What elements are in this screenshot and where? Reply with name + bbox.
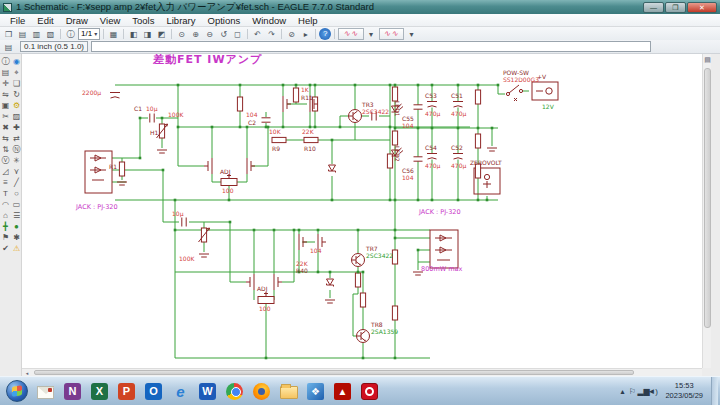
- zoom-fit-button[interactable]: ⊙: [175, 28, 188, 40]
- zoom-select-combo[interactable]: 1/1▾: [78, 28, 100, 40]
- name-tool-icon[interactable]: Ⓝ: [11, 144, 22, 155]
- invoke-tool-icon[interactable]: ≡: [0, 177, 11, 188]
- vertical-scrollbar-thumb[interactable]: [704, 68, 711, 328]
- maximize-button[interactable]: ❐: [665, 2, 686, 13]
- undo-button[interactable]: ↶: [251, 28, 264, 40]
- taskbar-app-internet-explorer[interactable]: e: [169, 379, 193, 403]
- junction-tool-icon[interactable]: ●: [11, 221, 22, 232]
- paste-tool-icon[interactable]: ▨: [11, 111, 22, 122]
- network-icon[interactable]: ▂▆: [637, 387, 647, 396]
- grid-button[interactable]: ▦: [107, 28, 120, 40]
- net-tool-icon[interactable]: ╋: [0, 221, 11, 232]
- rect-tool-icon[interactable]: ▭: [11, 199, 22, 210]
- taskbar-app-explorer-folder[interactable]: [277, 379, 301, 403]
- menu-options[interactable]: Options: [202, 14, 247, 26]
- taskbar-clock[interactable]: 15:53 2023/05/29: [661, 381, 707, 401]
- taskbar-app-photo-app[interactable]: ❖: [304, 379, 328, 403]
- taskbar-app-mail[interactable]: [34, 379, 58, 403]
- info-tool-icon[interactable]: ⓘ: [0, 56, 11, 67]
- help-button[interactable]: ?: [319, 28, 331, 40]
- taskbar-app-firefox[interactable]: [250, 379, 274, 403]
- menu-file[interactable]: File: [4, 14, 31, 26]
- taskbar-app-word[interactable]: W: [196, 379, 220, 403]
- display-tool-icon[interactable]: ▤: [0, 67, 11, 78]
- rotate-tool-icon[interactable]: ↻: [11, 89, 22, 100]
- close-button[interactable]: ✕: [687, 2, 717, 13]
- display-layers-button[interactable]: ◧: [127, 28, 140, 40]
- zoom-redraw-button[interactable]: ↺: [217, 28, 230, 40]
- pcb-service-2-button[interactable]: ∿∿: [379, 28, 404, 40]
- vertical-scrollbar[interactable]: ▤: [702, 54, 711, 368]
- horizontal-scrollbar-thumb[interactable]: [34, 370, 634, 375]
- label-tool-icon[interactable]: ⚑: [0, 232, 11, 243]
- mirror-tool-icon[interactable]: ⇋: [0, 89, 11, 100]
- open-file-button[interactable]: ❒: [2, 28, 15, 40]
- info-button[interactable]: ⓘ: [64, 28, 77, 40]
- menu-edit[interactable]: Edit: [31, 14, 59, 26]
- group-tool-icon[interactable]: ▣: [0, 100, 11, 111]
- menu-view[interactable]: View: [94, 14, 126, 26]
- taskbar-app-chrome[interactable]: [223, 379, 247, 403]
- chevron-down-icon[interactable]: ▾: [405, 28, 418, 40]
- taskbar-app-powerpoint[interactable]: P: [115, 379, 139, 403]
- miter-tool-icon[interactable]: ◿: [0, 166, 11, 177]
- mark-tool-icon[interactable]: ⌖: [11, 67, 22, 78]
- menu-draw[interactable]: Draw: [60, 14, 94, 26]
- hidden-icons-icon[interactable]: ▴: [617, 387, 627, 396]
- menu-help[interactable]: Help: [292, 14, 324, 26]
- gateswap-tool-icon[interactable]: ⇅: [0, 144, 11, 155]
- erc-tool-icon[interactable]: ✔: [0, 243, 11, 254]
- taskbar-app-onenote[interactable]: N: [61, 379, 85, 403]
- text-tool-icon[interactable]: T: [0, 188, 11, 199]
- wire-tool-icon[interactable]: ╱: [11, 177, 22, 188]
- layer-settings-button[interactable]: ◨: [141, 28, 154, 40]
- zoom-in-button[interactable]: ⊕: [189, 28, 202, 40]
- cut-tool-icon[interactable]: ✂: [0, 111, 11, 122]
- mark-origin-button[interactable]: ◩: [155, 28, 168, 40]
- show-tool-icon[interactable]: ◉: [11, 56, 22, 67]
- chevron-down-icon[interactable]: ▾: [365, 28, 378, 40]
- split-tool-icon[interactable]: ⋎: [11, 166, 22, 177]
- polygon-tool-icon[interactable]: ⌂: [0, 210, 11, 221]
- menu-tools[interactable]: Tools: [126, 14, 160, 26]
- taskbar-app-outlook[interactable]: O: [142, 379, 166, 403]
- arc-tool-icon[interactable]: ◠: [0, 199, 11, 210]
- change-tool-icon[interactable]: ⚙: [11, 100, 22, 111]
- minimize-button[interactable]: —: [643, 2, 664, 13]
- go-button[interactable]: ▸: [299, 28, 312, 40]
- pinswap-tool-icon[interactable]: ⇆: [0, 133, 11, 144]
- stop-button[interactable]: ⊘: [285, 28, 298, 40]
- action-toolbar: ❒▤▥▧ⓘ1/1▾▦◧◨◩⊙⊕⊖↺◻↶↷⊘▸?∿∿▾∿∿▾: [0, 27, 720, 40]
- save-file-button[interactable]: ▤: [16, 28, 29, 40]
- print-button[interactable]: ▥: [30, 28, 43, 40]
- zoom-out-button[interactable]: ⊖: [203, 28, 216, 40]
- export-image-button[interactable]: ▧: [44, 28, 57, 40]
- attribute-tool-icon[interactable]: ✱: [11, 232, 22, 243]
- command-line-input[interactable]: [91, 41, 651, 52]
- bus-tool-icon[interactable]: ☰: [11, 210, 22, 221]
- action-center-flag-icon[interactable]: ⚐: [627, 387, 637, 396]
- zoom-select-button[interactable]: ◻: [231, 28, 244, 40]
- taskbar-app-acrobat-reader[interactable]: ▲: [331, 379, 355, 403]
- smash-tool-icon[interactable]: ✳: [11, 155, 22, 166]
- circle-tool-icon[interactable]: ○: [11, 188, 22, 199]
- horizontal-scrollbar[interactable]: ◂: [22, 368, 702, 376]
- delete-tool-icon[interactable]: ✖: [0, 122, 11, 133]
- schematic-canvas[interactable]: 差動FET IWアンプ2200μC110μR1100KH1JACK : PJ-3…: [22, 54, 702, 368]
- pcb-service-1-button[interactable]: ∿∿: [338, 28, 363, 40]
- move-tool-icon[interactable]: ✛: [0, 78, 11, 89]
- add-part-tool-icon[interactable]: ✚: [11, 122, 22, 133]
- menu-library[interactable]: Library: [160, 14, 201, 26]
- redo-button[interactable]: ↷: [265, 28, 278, 40]
- show-desktop-button[interactable]: [711, 377, 718, 405]
- taskbar-app-red-app[interactable]: [358, 379, 382, 403]
- sheet-list-icon[interactable]: ▤: [2, 41, 15, 53]
- copy-tool-icon[interactable]: ❏: [11, 78, 22, 89]
- volume-icon[interactable]: ◄): [647, 387, 657, 396]
- taskbar-app-excel[interactable]: X: [88, 379, 112, 403]
- errors-tool-icon[interactable]: ⚠: [11, 243, 22, 254]
- replace-tool-icon[interactable]: ⇄: [11, 133, 22, 144]
- menu-window[interactable]: Window: [246, 14, 292, 26]
- start-button[interactable]: [2, 378, 32, 404]
- value-tool-icon[interactable]: Ⓥ: [0, 155, 11, 166]
